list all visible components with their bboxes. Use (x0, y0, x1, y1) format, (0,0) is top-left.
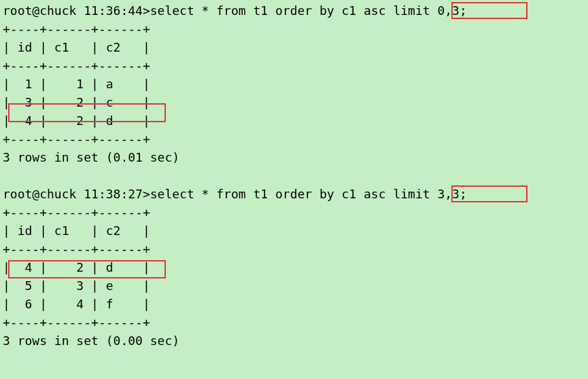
query2-status: 3 rows in set (0.00 sec) (3, 331, 585, 350)
query1-prompt: root@chuck 11:36:44> (3, 3, 150, 18)
terminal-output: root@chuck 11:36:44>select * from t1 ord… (3, 1, 585, 350)
query2-header: | id | c1 | c2 | (3, 221, 585, 240)
table-row: | 5 | 3 | e | (3, 276, 585, 295)
query1-header: | id | c1 | c2 | (3, 38, 585, 56)
query2-sql-limit: limit 3,3; (393, 187, 466, 201)
query1-sql-before: select * from t1 order by c1 asc (150, 3, 394, 18)
query1-sql-limit: limit 0,3; (393, 3, 466, 18)
query1-prompt-line: root@chuck 11:36:44>select * from t1 ord… (3, 1, 585, 20)
query2-prompt-line: root@chuck 11:38:27>select * from t1 ord… (3, 185, 585, 203)
query1-status: 3 rows in set (0.01 sec) (3, 148, 585, 166)
table-row: | 4 | 2 | d | (3, 111, 585, 130)
table-row: | 1 | 1 | a | (3, 75, 585, 93)
query2-border-mid: +----+------+------+ (3, 240, 585, 258)
table-row: | 6 | 4 | f | (3, 295, 585, 313)
query2-sql-before: select * from t1 order by c1 asc (150, 187, 394, 201)
query1-border-mid: +----+------+------+ (3, 56, 585, 75)
query2-border-bottom: +----+------+------+ (3, 313, 585, 331)
table-row: | 3 | 2 | c | (3, 93, 585, 111)
blank-line (3, 166, 585, 185)
table-row: | 4 | 2 | d | (3, 258, 585, 276)
query1-border-bottom: +----+------+------+ (3, 130, 585, 148)
query2-prompt: root@chuck 11:38:27> (3, 187, 150, 201)
query2-border-top: +----+------+------+ (3, 203, 585, 221)
query1-border-top: +----+------+------+ (3, 20, 585, 38)
